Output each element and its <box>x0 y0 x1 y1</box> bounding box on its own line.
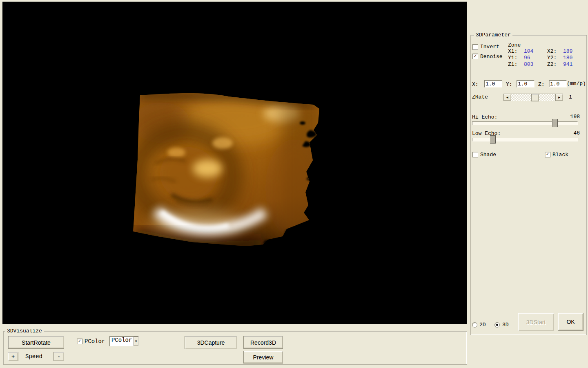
low-echo-value: 46 <box>559 130 580 136</box>
hi-echo-value: 198 <box>559 114 580 120</box>
zone-title: Zone <box>508 42 521 48</box>
hi-echo-slider-thumb[interactable] <box>552 119 558 127</box>
zone-z2-label: Z2: <box>547 61 557 67</box>
viewport-3d[interactable] <box>2 2 467 324</box>
scale-y-label: Y: <box>506 81 512 88</box>
speed-label: Speed <box>25 353 42 360</box>
chevron-down-icon: ▼ <box>135 339 137 343</box>
pcolor-dropdown[interactable]: PColor ▼ <box>109 336 139 346</box>
scale-z-label: Z: <box>538 81 545 88</box>
start-rotate-button[interactable]: StartRotate <box>8 336 64 349</box>
preview-button[interactable]: Preview <box>243 351 283 364</box>
zone-y1-value: 96 <box>524 55 530 61</box>
scale-x-label: X: <box>472 81 479 88</box>
start3d-button[interactable]: 3DStart <box>518 313 554 331</box>
zone-y2-value: 180 <box>563 55 572 61</box>
mode-2d-radio[interactable] <box>472 322 477 328</box>
speed-plus-button[interactable]: + <box>8 352 18 361</box>
ultrasound-volume-render <box>2 2 467 324</box>
zone-z1-label: Z1: <box>508 61 517 67</box>
pcolor-checkbox[interactable]: ✓ <box>77 339 82 344</box>
zone-z2-value: 941 <box>563 61 572 67</box>
zone-x2-value: 189 <box>563 48 572 54</box>
scale-y-input[interactable] <box>517 80 535 88</box>
shade-checkbox[interactable] <box>472 152 478 157</box>
mode-3d-radio[interactable] <box>494 322 500 328</box>
zone-z1-value: 803 <box>524 61 533 67</box>
pcolor-label: PColor <box>85 338 105 345</box>
zone-y1-label: Y1: <box>508 55 517 61</box>
zrate-scroll-right-button[interactable]: ► <box>555 94 563 101</box>
zrate-scroll-left-button[interactable]: ◄ <box>503 94 511 101</box>
hi-echo-label: Hi Echo: <box>472 114 497 120</box>
zone-x2-label: X2: <box>547 48 557 54</box>
mode-2d-label: 2D <box>479 322 486 328</box>
check-icon: ✓ <box>545 152 550 156</box>
shade-label: Shade <box>480 152 496 158</box>
low-echo-slider-thumb[interactable] <box>490 135 496 144</box>
low-echo-slider-track[interactable] <box>472 138 578 141</box>
mode-3d-label: 3D <box>502 322 509 328</box>
black-checkbox[interactable]: ✓ <box>545 152 550 157</box>
ok-button[interactable]: OK <box>558 313 584 331</box>
denoise-label: Denoise <box>480 54 503 60</box>
scale-unit-label: (mm/p) <box>567 81 586 87</box>
denoise-checkbox[interactable]: ✓ <box>472 54 478 59</box>
black-label: Black <box>552 152 568 158</box>
zrate-value: 1 <box>569 94 572 100</box>
zone-x1-value: 104 <box>524 48 533 54</box>
visualize-groupbox-title: 3DVisualize <box>5 328 44 334</box>
zrate-scroll-track[interactable] <box>511 94 555 101</box>
zone-x1-label: X1: <box>508 48 517 54</box>
param-groupbox-title: 3DParameter <box>474 32 512 38</box>
invert-label: Invert <box>480 44 499 50</box>
record3d-button[interactable]: Record3D <box>243 336 283 349</box>
scroll-left-icon: ◄ <box>506 96 508 99</box>
hi-echo-slider-track[interactable] <box>472 121 578 125</box>
scale-z-input[interactable] <box>549 80 567 88</box>
zrate-scrollbar[interactable]: ◄ ► <box>503 94 563 101</box>
check-icon: ✓ <box>473 54 478 58</box>
zrate-scroll-thumb[interactable] <box>531 94 539 101</box>
scroll-right-icon: ► <box>558 96 560 99</box>
invert-checkbox[interactable] <box>472 44 478 50</box>
pcolor-dropdown-value: PColor <box>110 337 134 346</box>
zrate-label: ZRate <box>472 94 488 100</box>
speed-minus-button[interactable]: - <box>53 352 64 361</box>
scale-x-input[interactable] <box>484 80 502 88</box>
zone-y2-label: Y2: <box>547 55 557 61</box>
check-icon: ✓ <box>77 339 82 343</box>
application-window: { "colors":{ "panel_bg":"#ece9d8", "view… <box>0 0 588 368</box>
pcolor-dropdown-button[interactable]: ▼ <box>134 337 138 346</box>
capture3d-button[interactable]: 3DCapture <box>185 336 237 349</box>
low-echo-label: Low Echo: <box>472 130 501 137</box>
